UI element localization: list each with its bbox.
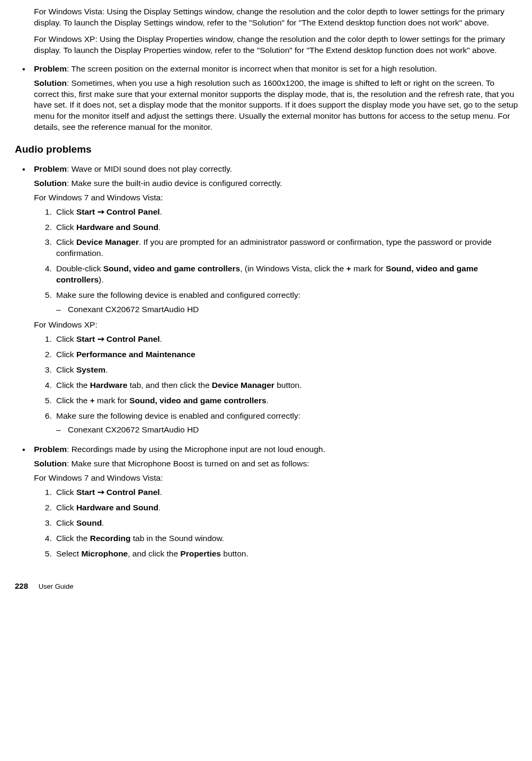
winxp-label: For Windows XP:: [34, 320, 521, 331]
win7-vista-label: For Windows 7 and Windows Vista:: [34, 473, 521, 484]
step: Click Device Manager. If you are prompte…: [54, 237, 521, 259]
step: Double-click Sound, video and game contr…: [54, 263, 521, 286]
page-number: 228: [15, 581, 28, 590]
solution-line: Solution: Make sure the built-in audio d…: [34, 178, 521, 189]
device-item: Conexant CX20672 SmartAudio HD: [68, 424, 521, 436]
step: Make sure the following device is enable…: [54, 411, 521, 436]
problem-line: Problem: The screen position on the exte…: [34, 64, 521, 75]
problem-line: Problem: Wave or MIDI sound does not pla…: [34, 164, 521, 175]
step: Click Start ➙ Control Panel.: [54, 207, 521, 218]
device-list: Conexant CX20672 SmartAudio HD: [56, 424, 521, 436]
win7-vista-label: For Windows 7 and Windows Vista:: [34, 192, 521, 203]
doc-title: User Guide: [39, 582, 74, 590]
mic-steps: Click Start ➙ Control Panel. Click Hardw…: [34, 487, 521, 560]
audio-problem-midi: Problem: Wave or MIDI sound does not pla…: [15, 164, 521, 436]
step: Click the + mark for Sound, video and ga…: [54, 395, 521, 406]
audio-problem-microphone: Problem: Recordings made by using the Mi…: [15, 444, 521, 559]
step: Make sure the following device is enable…: [54, 290, 521, 315]
display-problem-list: Problem: The screen position on the exte…: [15, 64, 521, 134]
device-list: Conexant CX20672 SmartAudio HD: [56, 304, 521, 315]
page-footer: 228 User Guide: [15, 581, 521, 591]
step: Click System.: [54, 365, 521, 376]
solution-line: Solution: Sometimes, when you use a high…: [34, 78, 521, 134]
step: Click the Hardware tab, and then click t…: [54, 380, 521, 391]
step: Click Hardware and Sound.: [54, 222, 521, 233]
step: Click Sound.: [54, 518, 521, 529]
audio-problem-list: Problem: Wave or MIDI sound does not pla…: [15, 164, 521, 560]
solution-line: Solution: Make sure that Microphone Boos…: [34, 458, 521, 470]
step: Click Start ➙ Control Panel.: [54, 487, 521, 498]
top-paragraph-xp: For Windows XP: Using the Display Proper…: [34, 34, 521, 56]
problem-line: Problem: Recordings made by using the Mi…: [34, 444, 521, 455]
step: Click Hardware and Sound.: [54, 502, 521, 514]
step: Select Microphone, and click the Propert…: [54, 548, 521, 560]
audio-problems-heading: Audio problems: [15, 143, 521, 156]
step: Click the Recording tab in the Sound win…: [54, 533, 521, 544]
top-paragraph-vista: For Windows Vista: Using the Display Set…: [34, 6, 521, 29]
winxp-steps: Click Start ➙ Control Panel. Click Perfo…: [34, 334, 521, 436]
step: Click Performance and Maintenance: [54, 349, 521, 360]
win7-steps: Click Start ➙ Control Panel. Click Hardw…: [34, 207, 521, 315]
display-problem-item: Problem: The screen position on the exte…: [15, 64, 521, 134]
step: Click Start ➙ Control Panel.: [54, 334, 521, 345]
device-item: Conexant CX20672 SmartAudio HD: [68, 304, 521, 315]
